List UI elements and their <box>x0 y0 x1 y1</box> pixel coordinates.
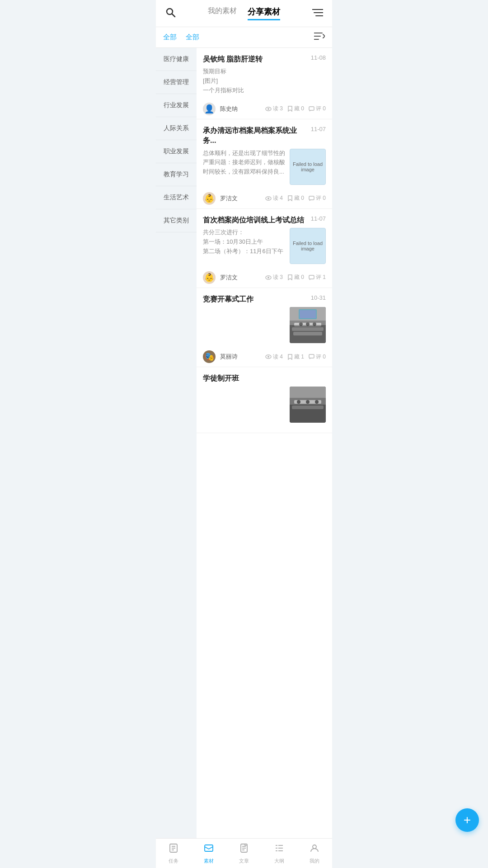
sidebar-item-management[interactable]: 经营管理 <box>156 71 197 94</box>
svg-line-1 <box>172 14 175 17</box>
nav-outline[interactable]: 大纲 <box>262 839 297 839</box>
comments-label: 评 1 <box>316 274 326 281</box>
list-item[interactable]: 吴钦纯 脂肪肝逆转 11-08 预期目标[图片]一个月指标对比 👤 陈史纳 读 … <box>197 48 332 119</box>
comments-stat: 评 0 <box>309 194 326 202</box>
header: 我的素材 分享素材 <box>156 0 332 27</box>
item-body <box>203 387 326 423</box>
saves-label: 藏 0 <box>294 274 304 281</box>
tab-my[interactable]: 我的素材 <box>208 6 237 20</box>
item-footer: 🎭 莫丽诗 读 4 藏 1 评 0 <box>203 347 326 367</box>
item-header: 吴钦纯 脂肪肝逆转 11-08 <box>203 54 326 64</box>
svg-rect-33 <box>292 406 324 409</box>
views-label: 读 3 <box>273 274 283 281</box>
author-name: 罗洁文 <box>220 194 261 203</box>
item-date: 11-08 <box>311 54 326 61</box>
search-icon[interactable] <box>165 7 176 20</box>
sort-icon[interactable] <box>314 32 325 43</box>
item-date: 11-07 <box>311 126 326 132</box>
item-text: 预期目标[图片]一个月指标对比 <box>203 67 326 95</box>
sidebar-item-education[interactable]: 教育学习 <box>156 163 197 186</box>
nav-article[interactable]: 文章 <box>226 839 262 839</box>
item-header: 首次档案岗位培训线上考试总结 11-07 <box>203 215 326 225</box>
sub-header: 全部 全部 <box>156 27 332 48</box>
views-label: 读 3 <box>273 105 283 113</box>
svg-point-36 <box>315 400 319 404</box>
avatar: 👶 <box>203 192 216 205</box>
author-name: 陈史纳 <box>220 105 261 113</box>
item-body: 预期目标[图片]一个月指标对比 <box>203 67 326 95</box>
author-name: 莫丽诗 <box>220 353 261 361</box>
svg-point-15 <box>267 277 269 278</box>
failed-image-label: Failed to load image <box>290 161 325 172</box>
item-footer: 👤 陈史纳 读 3 藏 0 评 0 <box>203 99 326 119</box>
sidebar-item-other[interactable]: 其它类别 <box>156 209 197 232</box>
svg-point-23 <box>306 322 310 326</box>
item-date: 11-07 <box>311 215 326 222</box>
meeting-room2-svg <box>290 387 326 423</box>
main-layout: 医疗健康 经营管理 行业发展 人际关系 职业发展 教育学习 生活艺术 其它类别 … <box>156 48 332 839</box>
item-body <box>203 307 326 343</box>
stats: 读 4 藏 1 评 0 <box>265 353 326 361</box>
item-thumbnail <box>290 307 326 343</box>
bottom-nav: 任务 素材 文章 <box>156 838 332 839</box>
sidebar: 医疗健康 经营管理 行业发展 人际关系 职业发展 教育学习 生活艺术 其它类别 <box>156 48 197 839</box>
item-title: 学徒制开班 <box>203 373 322 383</box>
meeting-room-svg <box>290 307 326 343</box>
views-stat: 读 4 <box>265 194 283 202</box>
views-label: 读 4 <box>273 194 283 202</box>
author-name: 罗洁文 <box>220 274 261 282</box>
header-tabs: 我的素材 分享素材 <box>208 6 280 20</box>
comments-stat: 评 1 <box>309 274 326 281</box>
filter-icon[interactable] <box>312 8 323 19</box>
avatar: 👶 <box>203 271 216 284</box>
sidebar-item-career[interactable]: 职业发展 <box>156 140 197 163</box>
item-footer: 👶 罗洁文 读 4 藏 0 评 0 <box>203 189 326 208</box>
sidebar-item-relations[interactable]: 人际关系 <box>156 117 197 140</box>
svg-rect-13 <box>309 196 314 200</box>
item-title: 竞赛开幕式工作 <box>203 294 307 304</box>
list-item[interactable]: 首次档案岗位培训线上考试总结 11-07 共分三次进行：第一场：10月30日上午… <box>197 209 332 288</box>
svg-point-35 <box>306 400 310 404</box>
saves-stat: 藏 0 <box>287 105 304 113</box>
item-thumbnail <box>290 387 326 423</box>
saves-label: 藏 0 <box>294 105 304 113</box>
saves-label: 藏 1 <box>294 353 304 361</box>
views-stat: 读 4 <box>265 353 283 361</box>
list-item[interactable]: 竞赛开幕式工作 10-31 <box>197 288 332 367</box>
svg-rect-20 <box>292 327 324 331</box>
sub-filter-all[interactable]: 全部 <box>163 33 177 42</box>
stats: 读 4 藏 0 评 0 <box>265 194 326 202</box>
svg-point-9 <box>267 108 269 110</box>
tab-share[interactable]: 分享素材 <box>248 6 280 20</box>
item-body: 总体顺利，还是出现了细节性的严重问题：接老师迟到，做核酸时间较长，没有跟邓科保持… <box>203 149 326 185</box>
sub-filter-all2[interactable]: 全部 <box>186 33 199 42</box>
comments-stat: 评 0 <box>309 105 326 113</box>
item-date: 10-31 <box>311 294 326 301</box>
sidebar-item-industry[interactable]: 行业发展 <box>156 94 197 117</box>
sidebar-item-medical[interactable]: 医疗健康 <box>156 48 197 71</box>
comments-label: 评 0 <box>316 105 326 113</box>
item-thumbnail: Failed to load image <box>290 149 326 185</box>
item-title: 首次档案岗位培训线上考试总结 <box>203 215 307 225</box>
comments-stat: 评 0 <box>309 353 326 361</box>
nav-profile[interactable]: 我的 <box>297 839 332 839</box>
saves-stat: 藏 0 <box>287 274 304 281</box>
svg-point-24 <box>313 322 316 326</box>
list-item[interactable]: 学徒制开班 <box>197 367 332 433</box>
svg-rect-16 <box>309 275 314 279</box>
saves-stat: 藏 0 <box>287 194 304 202</box>
nav-material[interactable]: 素材 <box>191 839 226 839</box>
saves-label: 藏 0 <box>294 194 304 202</box>
svg-point-34 <box>297 400 300 404</box>
stats: 读 3 藏 0 评 1 <box>265 274 326 281</box>
sidebar-item-art[interactable]: 生活艺术 <box>156 186 197 209</box>
list-item[interactable]: 承办清远市档案局档案系统业务... 11-07 总体顺利，还是出现了细节性的严重… <box>197 119 332 209</box>
item-text: 共分三次进行：第一场：10月30日上午第二场（补考）：11月6日下午 <box>203 228 285 264</box>
svg-rect-26 <box>300 310 316 318</box>
saves-stat: 藏 1 <box>287 353 304 361</box>
stats: 读 3 藏 0 评 0 <box>265 105 326 113</box>
item-body: 共分三次进行：第一场：10月30日上午第二场（补考）：11月6日下午 Faile… <box>203 228 326 264</box>
avatar: 🎭 <box>203 350 216 363</box>
nav-task[interactable]: 任务 <box>156 839 191 839</box>
views-stat: 读 3 <box>265 274 283 281</box>
